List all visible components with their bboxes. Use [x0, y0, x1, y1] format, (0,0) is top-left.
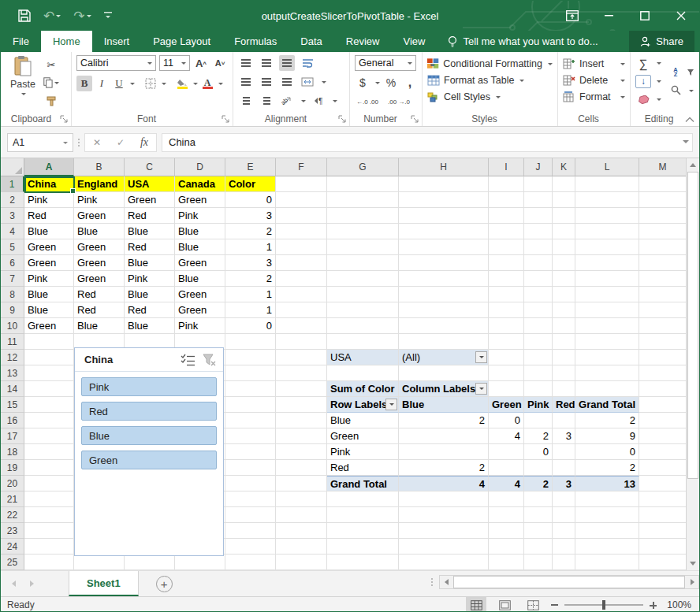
cell[interactable]: 13: [575, 476, 639, 491]
cell[interactable]: [225, 350, 276, 365]
cell[interactable]: [639, 397, 687, 413]
cell[interactable]: [524, 350, 553, 365]
cell[interactable]: [489, 539, 524, 555]
tab-review[interactable]: Review: [334, 31, 392, 52]
cell[interactable]: Green: [24, 239, 74, 255]
cell[interactable]: Red: [553, 397, 575, 413]
cell[interactable]: 2: [399, 413, 489, 428]
cell[interactable]: [327, 176, 399, 192]
cell[interactable]: [327, 491, 399, 507]
format-as-table-button[interactable]: Format as Table: [427, 72, 553, 88]
collapse-ribbon-icon[interactable]: [685, 117, 694, 123]
font-color-button[interactable]: A: [199, 76, 215, 91]
copy-icon[interactable]: [42, 75, 61, 91]
find-select-dropdown[interactable]: [689, 90, 694, 95]
cell[interactable]: [276, 334, 327, 350]
zoom-slider-track[interactable]: [564, 604, 643, 606]
cell[interactable]: 2: [575, 460, 639, 476]
vertical-scrollbar-thumb[interactable]: [687, 172, 698, 479]
scroll-right-icon[interactable]: [686, 576, 698, 588]
cell[interactable]: [575, 381, 639, 397]
cell[interactable]: [575, 192, 639, 208]
cell[interactable]: [639, 176, 687, 192]
cell[interactable]: 0: [225, 192, 276, 208]
cell[interactable]: [399, 539, 489, 555]
cell[interactable]: [553, 271, 575, 287]
redo-icon[interactable]: ↷: [73, 8, 91, 24]
cell[interactable]: [553, 539, 575, 555]
cell[interactable]: [639, 428, 687, 444]
font-color-dropdown[interactable]: [218, 83, 223, 87]
cell[interactable]: [327, 507, 399, 523]
cell[interactable]: [276, 491, 327, 507]
cell[interactable]: Column Labels: [399, 381, 489, 397]
cell[interactable]: 3: [553, 428, 575, 444]
column-header[interactable]: E: [225, 158, 276, 176]
fill-button[interactable]: ↓: [635, 75, 651, 88]
cell[interactable]: [327, 318, 399, 334]
cell[interactable]: Blue: [327, 413, 399, 428]
cell[interactable]: [524, 555, 553, 570]
cell[interactable]: [399, 318, 489, 334]
cell[interactable]: [553, 523, 575, 539]
middle-align-button[interactable]: [259, 55, 274, 71]
cell[interactable]: [276, 224, 327, 239]
cell[interactable]: [639, 271, 687, 287]
cell[interactable]: [327, 334, 399, 350]
cell[interactable]: [639, 507, 687, 523]
cell[interactable]: [24, 381, 74, 397]
cell[interactable]: [399, 365, 489, 381]
insert-cells-button[interactable]: Insert: [563, 55, 625, 72]
cell[interactable]: [24, 350, 74, 365]
cell[interactable]: [489, 460, 524, 476]
cell[interactable]: [225, 523, 276, 539]
cell[interactable]: [575, 365, 639, 381]
cell[interactable]: [489, 255, 524, 271]
slicer-item-blue[interactable]: Blue: [81, 426, 217, 445]
cell[interactable]: [524, 176, 553, 192]
fill-dropdown[interactable]: [657, 80, 661, 85]
cell[interactable]: Grand Total: [327, 476, 399, 491]
row-header[interactable]: 25: [1, 555, 24, 570]
add-sheet-button[interactable]: +: [156, 576, 173, 592]
cell[interactable]: Pink: [125, 271, 175, 287]
customize-qat-icon[interactable]: [104, 12, 112, 20]
scroll-left-icon[interactable]: [440, 576, 452, 588]
cell[interactable]: [639, 334, 687, 350]
tab-insert[interactable]: Insert: [92, 31, 142, 52]
cell[interactable]: Green: [489, 397, 524, 413]
cell[interactable]: [327, 192, 399, 208]
cell[interactable]: [327, 539, 399, 555]
cell[interactable]: Sum of Color: [327, 381, 399, 397]
column-header[interactable]: A: [24, 158, 74, 176]
grow-font-button[interactable]: A˄: [193, 55, 209, 71]
cell[interactable]: Red: [125, 208, 175, 224]
decrease-decimal-button[interactable]: .00 →.0: [386, 94, 411, 109]
cell[interactable]: 2: [225, 271, 276, 287]
cell[interactable]: Color: [225, 176, 276, 192]
cell[interactable]: [399, 444, 489, 460]
font-name-combobox[interactable]: Calibri: [76, 55, 156, 71]
horizontal-scrollbar-thumb[interactable]: [453, 576, 685, 588]
cell[interactable]: Canada: [175, 176, 225, 192]
cell[interactable]: 3: [553, 476, 575, 491]
cell[interactable]: [575, 334, 639, 350]
cell[interactable]: 0: [575, 444, 639, 460]
cell[interactable]: [399, 239, 489, 255]
filter-dropdown-button[interactable]: [475, 383, 487, 395]
cell[interactable]: Blue: [175, 224, 225, 239]
cell[interactable]: [575, 491, 639, 507]
cell[interactable]: [489, 271, 524, 287]
prev-sheet-icon[interactable]: [9, 580, 16, 587]
cell[interactable]: [24, 507, 74, 523]
cell[interactable]: [489, 208, 524, 224]
orientation-button[interactable]: ab: [279, 93, 295, 109]
cell[interactable]: [276, 192, 327, 208]
cell[interactable]: 1: [225, 302, 276, 318]
cell[interactable]: [399, 507, 489, 523]
cell[interactable]: [24, 444, 74, 460]
cell[interactable]: [575, 176, 639, 192]
cell[interactable]: [225, 539, 276, 555]
column-header[interactable]: F: [276, 158, 327, 176]
cell[interactable]: [489, 334, 524, 350]
